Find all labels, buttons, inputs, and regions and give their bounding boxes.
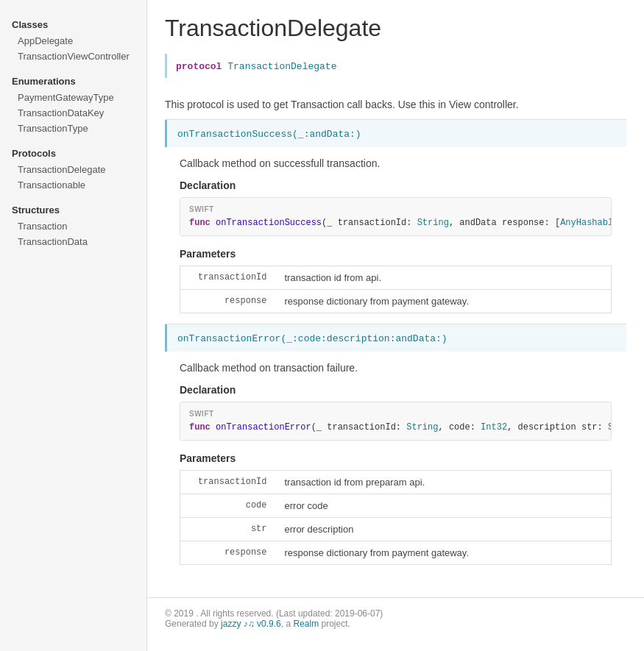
method-header-link[interactable]: onTransactionSuccess(_:andData:)	[177, 129, 361, 140]
sidebar-link-appdelegate[interactable]: AppDelegate	[0, 33, 146, 49]
method-section-method-success: onTransactionSuccess(_:andData:)Callback…	[165, 119, 626, 324]
footer-copyright: © 2019 . All rights reserved. (Last upda…	[165, 608, 626, 619]
param-name: response	[180, 290, 276, 313]
protocol-description: This protocol is used to get Transaction…	[165, 90, 626, 119]
sidebar-link-transactiondatakey[interactable]: TransactionDataKey	[0, 105, 146, 121]
declaration-label: Declaration	[180, 384, 612, 396]
param-desc: transaction id from api.	[276, 266, 612, 290]
page-title: TransactionDelegate	[165, 15, 626, 42]
sidebar-section-enumerations: EnumerationsPaymentGatewayTypeTransactio…	[0, 68, 146, 136]
method-section-method-error: onTransactionError(_:code:description:an…	[165, 324, 626, 575]
sidebar-section-classes: ClassesAppDelegateTransactionViewControl…	[0, 12, 146, 64]
sidebar-section-title: Protocols	[0, 140, 146, 162]
param-desc: error description	[276, 518, 612, 541]
code-lang: SWIFT	[189, 205, 602, 213]
sidebar-section-title: Structures	[0, 197, 146, 218]
param-name: code	[180, 494, 276, 518]
params-table: transactionIdtransaction id from prepara…	[180, 470, 612, 565]
param-name: transactionId	[180, 266, 276, 290]
method-header: onTransactionError(_:code:description:an…	[165, 324, 626, 352]
footer-generated-by: Generated by	[165, 619, 221, 629]
sidebar-section-protocols: ProtocolsTransactionDelegateTransactiona…	[0, 140, 146, 193]
code-block: SWIFTfunc onTransactionSuccess(_ transac…	[180, 197, 612, 236]
method-header-link[interactable]: onTransactionError(_:code:description:an…	[177, 333, 447, 344]
param-desc: response dictionary from payment gateway…	[276, 541, 612, 565]
sidebar-link-transactionviewcontroller[interactable]: TransactionViewController	[0, 49, 146, 64]
method-description: Callback method on successfull transacti…	[180, 157, 612, 169]
table-row: transactionIdtransaction id from api.	[180, 266, 612, 290]
sidebar-section-title: Classes	[0, 12, 146, 33]
protocol-block: protocol TransactionDelegate	[165, 54, 626, 78]
declaration-label: Declaration	[180, 179, 612, 191]
code-line: func onTransactionSuccess(_ transactionI…	[189, 218, 602, 228]
table-row: responseresponse dictionary from payment…	[180, 290, 612, 313]
page-footer: © 2019 . All rights reserved. (Last upda…	[147, 597, 644, 644]
table-row: transactionIdtransaction id from prepara…	[180, 471, 612, 494]
main-content: TransactionDelegate protocol Transaction…	[147, 0, 644, 651]
table-row: responseresponse dictionary from payment…	[180, 541, 612, 565]
sidebar-link-transactiondelegate[interactable]: TransactionDelegate	[0, 162, 146, 177]
methods-container: onTransactionSuccess(_:andData:)Callback…	[165, 119, 626, 575]
method-header: onTransactionSuccess(_:andData:)	[165, 120, 626, 147]
method-body: Callback method on transaction failure.D…	[165, 352, 626, 575]
parameters-label: Parameters	[180, 452, 612, 464]
realm-link[interactable]: Realm	[293, 619, 319, 629]
protocol-keyword: protocol	[176, 61, 222, 72]
footer-realm-text: , a	[281, 619, 294, 629]
table-row: strerror description	[180, 518, 612, 541]
param-name: str	[180, 518, 276, 541]
method-body: Callback method on successfull transacti…	[165, 147, 626, 324]
table-row: codeerror code	[180, 494, 612, 518]
protocol-name: TransactionDelegate	[227, 61, 336, 72]
code-block: SWIFTfunc onTransactionError(_ transacti…	[180, 402, 612, 441]
params-table: transactionIdtransaction id from api.res…	[180, 266, 612, 313]
param-name: response	[180, 541, 276, 565]
sidebar-link-transactiontype[interactable]: TransactionType	[0, 121, 146, 136]
parameters-label: Parameters	[180, 248, 612, 260]
jazzy-link[interactable]: jazzy ♪♫ v0.9.6	[221, 619, 281, 629]
sidebar-link-transactionable[interactable]: Transactionable	[0, 177, 146, 193]
param-desc: response dictionary from payment gateway…	[276, 290, 612, 313]
param-name: transactionId	[180, 471, 276, 494]
footer-realm-suffix: project.	[319, 619, 350, 629]
code-lang: SWIFT	[189, 410, 602, 418]
sidebar-link-transactiondata[interactable]: TransactionData	[0, 234, 146, 249]
sidebar-link-paymentgatewaytype[interactable]: PaymentGatewayType	[0, 90, 146, 105]
code-line: func onTransactionError(_ transactionId:…	[189, 422, 602, 433]
sidebar-section-title: Enumerations	[0, 68, 146, 90]
param-desc: transaction id from preparam api.	[276, 471, 612, 494]
footer-generated: Generated by jazzy ♪♫ v0.9.6, a Realm pr…	[165, 619, 626, 629]
method-description: Callback method on transaction failure.	[180, 362, 612, 374]
sidebar-link-transaction[interactable]: Transaction	[0, 218, 146, 234]
sidebar: ClassesAppDelegateTransactionViewControl…	[0, 0, 147, 651]
sidebar-section-structures: StructuresTransactionTransactionData	[0, 197, 146, 249]
param-desc: error code	[276, 494, 612, 518]
